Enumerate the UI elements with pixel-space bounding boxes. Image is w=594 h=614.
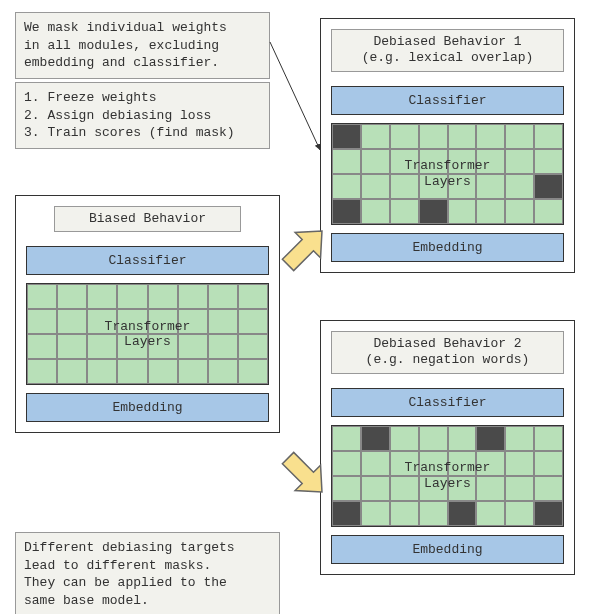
cell — [117, 309, 147, 334]
cell — [332, 149, 361, 174]
cell — [148, 284, 178, 309]
cell — [57, 309, 87, 334]
cell — [361, 174, 390, 199]
cell — [448, 451, 477, 476]
cell-masked — [332, 501, 361, 526]
cell — [390, 149, 419, 174]
note-mask-scope: We mask individual weights in all module… — [15, 12, 270, 79]
cell — [361, 199, 390, 224]
cell — [476, 501, 505, 526]
cell — [419, 426, 448, 451]
cell — [390, 451, 419, 476]
cell-masked — [361, 426, 390, 451]
cell — [390, 476, 419, 501]
cell — [476, 451, 505, 476]
cell — [448, 476, 477, 501]
note-different-targets: Different debiasing targets lead to diff… — [15, 532, 280, 614]
cell — [419, 149, 448, 174]
cell — [505, 426, 534, 451]
cell-masked — [419, 199, 448, 224]
cell — [534, 451, 563, 476]
cell-masked — [534, 174, 563, 199]
cell — [332, 451, 361, 476]
cell — [505, 501, 534, 526]
cell — [534, 476, 563, 501]
cell — [178, 284, 208, 309]
cell — [238, 284, 268, 309]
cell — [361, 451, 390, 476]
cell — [332, 174, 361, 199]
cell — [419, 476, 448, 501]
cell — [448, 124, 477, 149]
cell — [117, 284, 147, 309]
cell — [332, 476, 361, 501]
cell — [27, 359, 57, 384]
cell — [148, 334, 178, 359]
cell — [448, 199, 477, 224]
cell — [361, 501, 390, 526]
cell — [390, 124, 419, 149]
note-steps: 1. Freeze weights 2. Assign debiasing lo… — [15, 82, 270, 149]
cell — [505, 174, 534, 199]
cell — [476, 199, 505, 224]
cell — [505, 199, 534, 224]
cell — [505, 476, 534, 501]
cell — [87, 334, 117, 359]
cell — [419, 174, 448, 199]
cell — [361, 149, 390, 174]
cell — [57, 284, 87, 309]
cell — [87, 359, 117, 384]
cell — [87, 309, 117, 334]
cell — [419, 124, 448, 149]
cell — [419, 501, 448, 526]
cell — [117, 334, 147, 359]
panel-deb2-title: Debiased Behavior 2 (e.g. negation words… — [331, 331, 564, 374]
cell — [476, 174, 505, 199]
cell — [534, 124, 563, 149]
cell — [148, 309, 178, 334]
block-classifier: Classifier — [331, 86, 564, 115]
cell — [87, 284, 117, 309]
block-embedding: Embedding — [26, 393, 269, 422]
cell — [178, 359, 208, 384]
cell — [361, 124, 390, 149]
cell — [361, 476, 390, 501]
transformer-grid-deb2: Transformer Layers — [331, 425, 564, 527]
cell — [390, 426, 419, 451]
svg-marker-0 — [275, 218, 334, 277]
cell — [238, 309, 268, 334]
panel-biased: Biased Behavior Classifier Transformer L… — [15, 195, 280, 433]
cell — [27, 309, 57, 334]
arrow-to-deb1 — [275, 218, 335, 278]
cell — [476, 476, 505, 501]
cell — [27, 284, 57, 309]
cell — [534, 199, 563, 224]
cell — [505, 149, 534, 174]
block-classifier: Classifier — [26, 246, 269, 275]
cell — [390, 174, 419, 199]
cell — [448, 174, 477, 199]
block-embedding: Embedding — [331, 535, 564, 564]
svg-line-2 — [270, 42, 320, 150]
cell — [208, 334, 238, 359]
cell — [476, 124, 505, 149]
panel-biased-title: Biased Behavior — [54, 206, 241, 232]
cell — [117, 359, 147, 384]
svg-marker-1 — [275, 445, 334, 504]
cell — [534, 426, 563, 451]
cell-masked — [448, 501, 477, 526]
panel-deb1-title: Debiased Behavior 1 (e.g. lexical overla… — [331, 29, 564, 72]
cell — [505, 451, 534, 476]
cell — [208, 359, 238, 384]
cell — [534, 149, 563, 174]
cell-masked — [332, 199, 361, 224]
cell — [148, 359, 178, 384]
cell — [57, 334, 87, 359]
cell — [505, 124, 534, 149]
cell — [448, 149, 477, 174]
cell — [208, 309, 238, 334]
cell — [476, 149, 505, 174]
cell — [332, 426, 361, 451]
cell — [419, 451, 448, 476]
arrow-to-deb2 — [275, 445, 335, 505]
